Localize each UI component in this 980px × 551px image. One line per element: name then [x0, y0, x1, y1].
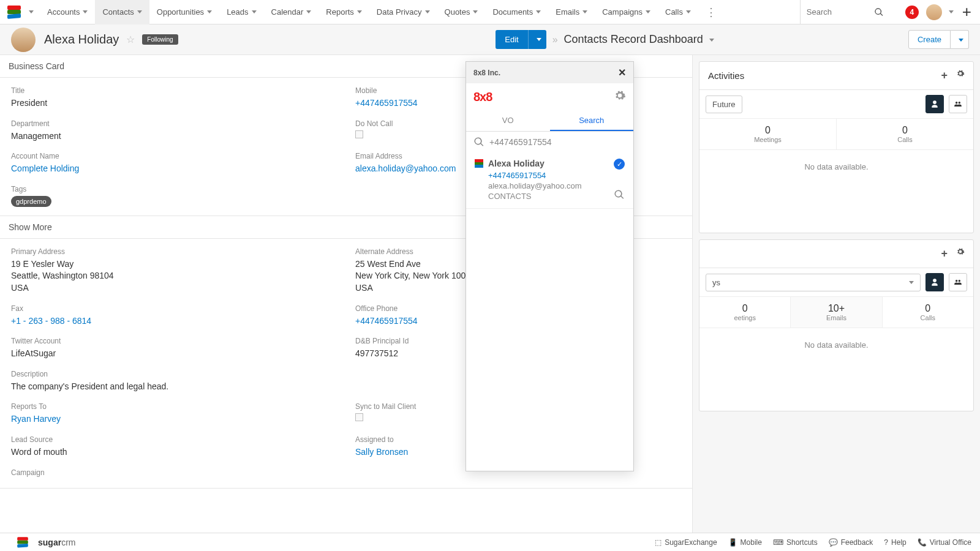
edit-button[interactable]: Edit: [496, 30, 527, 49]
history-card: + ys 0eetings 10+Emails 0Calls No data a…: [699, 239, 974, 411]
reports-to-label: Reports To: [11, 402, 337, 411]
department-label: Department: [11, 119, 337, 128]
favorite-star-icon[interactable]: ☆: [126, 34, 135, 45]
account-name-label: Account Name: [11, 152, 337, 160]
nav-reports[interactable]: Reports: [318, 0, 369, 24]
popup-search-input[interactable]: [489, 137, 626, 147]
history-stats: 0eetings 10+Emails 0Calls: [699, 297, 973, 328]
result-phone[interactable]: +447465917554: [475, 171, 625, 180]
tag-pill[interactable]: gdprdemo: [11, 196, 51, 207]
user-filter-icon[interactable]: [925, 273, 944, 291]
user-menu-caret-icon[interactable]: [949, 10, 954, 13]
create-dropdown-button[interactable]: [951, 30, 969, 49]
edit-dropdown-button[interactable]: [528, 30, 546, 49]
card-add-icon[interactable]: +: [941, 247, 948, 260]
search-icon[interactable]: [874, 7, 884, 17]
following-badge[interactable]: Following: [142, 34, 178, 45]
integration-popup: 8x8 Inc. ✕ 8x8 VO Search Alexa Holiday ✓…: [466, 61, 634, 471]
reports-to-value[interactable]: Ryan Harvey: [11, 413, 337, 425]
history-filter-select[interactable]: ys: [706, 274, 921, 291]
department-value: Management: [11, 130, 337, 143]
create-button[interactable]: Create: [908, 30, 951, 49]
nav-overflow-icon[interactable]: ⋮: [698, 6, 725, 19]
result-email: alexa.holiday@yahoo.com: [475, 181, 625, 190]
user-filter-icon[interactable]: [925, 95, 944, 113]
fax-value[interactable]: +1 - 263 - 988 - 6814: [11, 315, 337, 328]
lead-source-value: Word of mouth: [11, 446, 337, 459]
close-icon[interactable]: ✕: [618, 67, 626, 78]
result-module: CONTACTS: [475, 192, 625, 201]
campaign-label: Campaign: [11, 468, 337, 477]
activities-stats: 0Meetings 0Calls: [699, 119, 973, 150]
card-add-icon[interactable]: +: [941, 69, 948, 82]
activities-filter-select[interactable]: Future: [706, 96, 742, 113]
quick-create-icon[interactable]: +: [954, 2, 980, 21]
tab-search[interactable]: Search: [550, 111, 634, 131]
nav-emails[interactable]: Emails: [548, 0, 595, 24]
nav-calls[interactable]: Calls: [658, 0, 698, 24]
search-result[interactable]: Alexa Holiday ✓ +447465917554 alexa.holi…: [466, 152, 633, 209]
primary-address-value: 19 E Yesler WaySeattle, Washington 98104…: [11, 258, 337, 294]
popup-logo: 8x8: [473, 90, 492, 104]
group-filter-icon[interactable]: [949, 273, 967, 291]
nav-campaigns[interactable]: Campaigns: [595, 0, 658, 24]
activities-title: Activities: [708, 70, 941, 81]
title-label: Title: [11, 86, 337, 95]
card-gear-icon[interactable]: [956, 247, 965, 260]
app-logo-icon[interactable]: [7, 6, 21, 19]
panel-collapse-icon[interactable]: »: [546, 34, 564, 45]
search-input[interactable]: [807, 7, 874, 17]
nav-contacts[interactable]: Contacts: [95, 0, 149, 24]
logo-caret-icon[interactable]: [29, 10, 34, 13]
nav-calendar[interactable]: Calendar: [264, 0, 319, 24]
search-icon: [473, 137, 484, 148]
twitter-label: Twitter Account: [11, 337, 337, 345]
title-value: President: [11, 97, 337, 110]
twitter-value: LifeAtSugar: [11, 348, 337, 360]
nav-data-privacy[interactable]: Data Privacy: [369, 0, 437, 24]
dashboard-title[interactable]: Contacts Record Dashboard: [564, 33, 714, 46]
sync-mail-checkbox[interactable]: [355, 413, 363, 421]
nav-opportunities[interactable]: Opportunities: [149, 0, 219, 24]
record-header: Alexa Holiday ☆ Following Edit » Contact…: [0, 24, 980, 55]
result-name: Alexa Holiday: [488, 159, 545, 168]
activities-card: Activities + Future 0Meetings 0Calls No …: [699, 61, 974, 233]
account-name-value[interactable]: Complete Holding: [11, 163, 337, 175]
popup-title: 8x8 Inc.: [473, 69, 500, 77]
notification-badge[interactable]: 4: [905, 6, 919, 19]
magnify-icon[interactable]: [614, 189, 625, 202]
no-data-text: No data available.: [699, 328, 973, 411]
top-nav: Accounts Contacts Opportunities Leads Ca…: [0, 0, 980, 24]
user-avatar-icon[interactable]: [926, 4, 942, 20]
nav-documents[interactable]: Documents: [485, 0, 548, 24]
nav-quotes[interactable]: Quotes: [437, 0, 486, 24]
record-name: Alexa Holiday: [44, 32, 119, 47]
fax-label: Fax: [11, 304, 337, 313]
do-not-call-checkbox[interactable]: [355, 130, 363, 138]
nav-accounts[interactable]: Accounts: [40, 0, 95, 24]
group-filter-icon[interactable]: [949, 95, 967, 113]
no-data-text: No data available.: [699, 150, 973, 233]
card-gear-icon[interactable]: [956, 69, 965, 82]
global-search[interactable]: [800, 0, 898, 24]
lead-source-label: Lead Source: [11, 435, 337, 444]
dashboard-panel: Activities + Future 0Meetings 0Calls No …: [692, 55, 980, 533]
nav-leads[interactable]: Leads: [219, 0, 263, 24]
check-icon: ✓: [614, 159, 625, 170]
contact-avatar-icon: [11, 28, 36, 52]
tab-vo[interactable]: VO: [466, 111, 550, 131]
module-icon: [475, 159, 483, 168]
gear-icon[interactable]: [614, 89, 626, 105]
primary-address-label: Primary Address: [11, 247, 337, 256]
